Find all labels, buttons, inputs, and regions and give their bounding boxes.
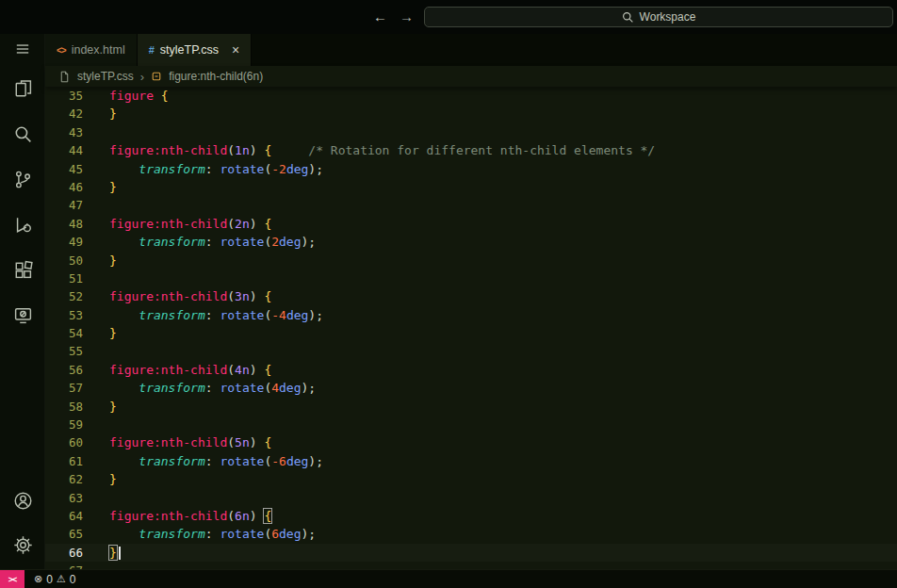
code-token — [109, 162, 139, 176]
run-and-debug-icon[interactable] — [0, 205, 45, 243]
code-token: ) — [308, 454, 316, 468]
code-text — [83, 270, 109, 287]
code-line[interactable]: 55 — [45, 342, 897, 360]
close-tab-icon[interactable]: × — [232, 42, 239, 57]
code-line[interactable]: 60figure:nth-child(5n) { — [45, 433, 897, 451]
line-number[interactable]: 48 — [45, 215, 83, 233]
line-number[interactable]: 64 — [45, 507, 83, 525]
code-line[interactable]: 67 — [45, 562, 897, 569]
code-line[interactable]: 66} — [45, 544, 897, 562]
search-sidebar-icon[interactable] — [0, 115, 45, 153]
code-token: -6 — [271, 454, 286, 468]
line-number[interactable]: 42 — [45, 105, 83, 122]
line-number[interactable]: 35 — [45, 87, 83, 105]
code-token: ( — [227, 509, 235, 523]
code-token: : — [205, 381, 213, 395]
code-line[interactable]: 45 transform: rotate(-2deg); — [45, 160, 897, 178]
line-number[interactable]: 49 — [45, 233, 83, 251]
tab-index-html[interactable]: <> index.html — [45, 34, 138, 66]
extensions-icon[interactable] — [0, 251, 45, 288]
breadcrumb-symbol[interactable]: figure:nth-child(6n) — [169, 70, 263, 83]
code-line[interactable]: 65 transform: rotate(6deg); — [45, 525, 897, 543]
problems-indicator[interactable]: ⊗ 0 ⚠ 0 — [34, 573, 75, 586]
code-token: ) — [250, 509, 257, 523]
remote-indicator[interactable]: >< — [0, 570, 24, 588]
code-token: rotate — [220, 162, 264, 176]
code-line[interactable]: 58} — [45, 398, 897, 416]
breadcrumb-file[interactable]: styleTP.css — [77, 70, 134, 83]
line-number[interactable]: 43 — [45, 123, 83, 141]
line-number[interactable]: 57 — [45, 379, 83, 397]
code-line[interactable]: 35figure { — [45, 87, 897, 105]
code-token: ) — [250, 217, 257, 231]
code-line[interactable]: 46} — [45, 178, 897, 196]
code-line[interactable]: 52figure:nth-child(3n) { — [45, 287, 897, 305]
code-line[interactable]: 56figure:nth-child(4n) { — [45, 361, 897, 379]
code-line[interactable]: 63 — [45, 489, 897, 507]
code-line[interactable]: 61 transform: rotate(-6deg); — [45, 452, 897, 470]
code-token: } — [109, 546, 117, 560]
explorer-icon[interactable] — [0, 70, 45, 107]
code-line[interactable]: 54} — [45, 324, 897, 342]
code-line[interactable]: 50} — [45, 252, 897, 270]
workspace-search-box[interactable]: Workspace — [424, 7, 893, 27]
line-number[interactable]: 60 — [45, 433, 83, 451]
code-text: figure:nth-child(5n) { — [83, 433, 271, 451]
line-number[interactable]: 51 — [45, 270, 83, 287]
line-number[interactable]: 53 — [45, 306, 83, 324]
line-number[interactable]: 58 — [45, 398, 83, 416]
code-line[interactable]: 51 — [45, 270, 897, 287]
line-number[interactable]: 45 — [45, 160, 83, 178]
code-text — [83, 123, 109, 141]
code-line[interactable]: 49 transform: rotate(2deg); — [45, 233, 897, 251]
line-number[interactable]: 63 — [45, 489, 83, 507]
code-line[interactable]: 64figure:nth-child(6n) { — [45, 507, 897, 525]
forward-arrow-icon[interactable]: → — [400, 8, 414, 26]
line-number[interactable]: 47 — [45, 196, 83, 214]
line-number[interactable]: 59 — [45, 416, 83, 433]
line-number[interactable]: 62 — [45, 470, 83, 488]
code-line[interactable]: 59 — [45, 416, 897, 433]
line-number[interactable]: 52 — [45, 287, 83, 305]
line-number[interactable]: 50 — [45, 252, 83, 270]
activity-bar — [0, 34, 45, 569]
code-text: transform: rotate(-6deg); — [83, 452, 323, 470]
account-icon[interactable] — [0, 482, 45, 519]
code-line[interactable]: 62} — [45, 470, 897, 488]
code-line[interactable]: 57 transform: rotate(4deg); — [45, 379, 897, 397]
line-number[interactable]: 65 — [45, 525, 83, 543]
line-number[interactable]: 67 — [45, 562, 83, 569]
code-token: deg — [279, 381, 301, 395]
code-text: figure:nth-child(6n) { — [83, 507, 271, 525]
remote-icon: >< — [8, 575, 17, 584]
line-number[interactable]: 66 — [45, 544, 83, 562]
code-line[interactable]: 42} — [45, 105, 897, 122]
tab-styletp-css[interactable]: # styleTP.css × — [138, 34, 253, 66]
code-line[interactable]: 43 — [45, 123, 897, 141]
code-token: { — [161, 89, 169, 103]
code-token: 2 — [271, 235, 279, 249]
code-token: figure — [109, 89, 154, 103]
line-number[interactable]: 61 — [45, 452, 83, 470]
code-line[interactable]: 53 transform: rotate(-4deg); — [45, 306, 897, 324]
code-line[interactable]: 48figure:nth-child(2n) { — [45, 215, 897, 233]
remote-explorer-icon[interactable] — [0, 296, 45, 334]
code-line[interactable]: 44figure:nth-child(1n) { /* Rotation for… — [45, 141, 897, 159]
line-number[interactable]: 54 — [45, 324, 83, 342]
code-token: 3n — [235, 289, 250, 303]
back-arrow-icon[interactable]: ← — [373, 8, 387, 26]
code-token: : — [205, 162, 213, 176]
code-token: } — [109, 400, 117, 414]
line-number[interactable]: 56 — [45, 361, 83, 379]
code-line[interactable]: 47 — [45, 196, 897, 214]
editor-pane[interactable]: 35figure {42}4344figure:nth-child(1n) { … — [45, 87, 897, 569]
code-token: -2 — [271, 162, 286, 176]
menu-icon[interactable] — [0, 32, 45, 66]
line-number[interactable]: 44 — [45, 141, 83, 159]
code-token: : — [205, 454, 213, 468]
source-control-icon[interactable] — [0, 160, 45, 198]
line-number[interactable]: 55 — [45, 342, 83, 360]
line-number[interactable]: 46 — [45, 178, 83, 196]
settings-gear-icon[interactable] — [0, 526, 45, 564]
code-text: figure:nth-child(1n) { /* Rotation for d… — [83, 141, 655, 159]
